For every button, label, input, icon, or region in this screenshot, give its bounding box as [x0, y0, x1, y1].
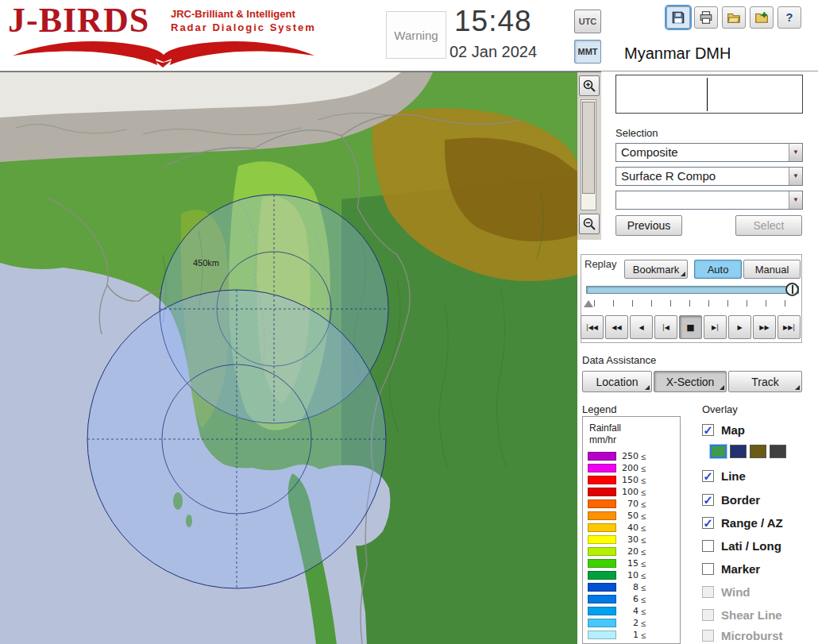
map-color-swatch[interactable]	[770, 445, 786, 458]
chevron-down-icon[interactable]: ▼	[789, 191, 802, 209]
overlay-label: Overlay	[702, 403, 738, 415]
overlay-item-lati-long[interactable]: Lati / Long	[702, 539, 781, 553]
legend-row: 50≤	[583, 510, 680, 522]
unchecked-checkbox[interactable]	[702, 563, 714, 575]
legend-value: 8	[616, 582, 639, 592]
replay-label: Replay	[585, 258, 616, 270]
legend-suffix: ≤	[641, 583, 646, 592]
location-button[interactable]: Location	[582, 371, 652, 392]
folder-icon	[727, 10, 741, 25]
legend-value: 70	[616, 499, 639, 509]
legend-label: Legend	[582, 403, 616, 415]
warning-button[interactable]: Warning	[386, 11, 446, 59]
legend-row: 250≤	[583, 450, 680, 462]
play-button[interactable]: ▶	[728, 315, 751, 339]
previous-button[interactable]: Previous	[615, 215, 682, 236]
zoom-out-button[interactable]	[579, 214, 600, 234]
legend-value: 50	[616, 511, 639, 521]
checked-checkbox[interactable]: ✓	[702, 470, 714, 482]
legend-suffix: ≤	[641, 547, 646, 557]
auto-button[interactable]: Auto	[694, 260, 742, 279]
composite-dropdown[interactable]: Composite ▼	[615, 143, 803, 162]
legend-row: 150≤	[583, 474, 680, 486]
legend-color-swatch	[588, 464, 616, 472]
overlay-item-label: Marker	[721, 562, 760, 576]
data-assistance-label: Data Assistance	[582, 354, 656, 366]
step-forward-button[interactable]: ▶|	[704, 315, 727, 339]
track-button[interactable]: Track	[728, 371, 802, 392]
jbirds-app: J-BIRDS JRC-Brilliant & Intelligent Rada…	[0, 0, 818, 644]
mmt-button[interactable]: MMT	[574, 40, 601, 64]
chevron-down-icon[interactable]: ▼	[789, 168, 802, 185]
overlay-item-border[interactable]: ✓Border	[702, 493, 760, 507]
help-button[interactable]: ?	[777, 6, 801, 29]
legend-color-swatch	[588, 499, 616, 508]
overlay-item-shear-line: Shear Line	[702, 608, 782, 622]
print-button[interactable]	[694, 6, 718, 29]
logo-tagline-1: JRC-Brilliant & Intelligent	[171, 8, 295, 20]
step-back-button[interactable]: |◀	[654, 315, 677, 339]
legend-value: 250	[616, 451, 639, 461]
checked-checkbox[interactable]: ✓	[702, 494, 714, 506]
legend-value: 1	[616, 630, 639, 640]
open-folder-button[interactable]	[722, 6, 746, 29]
floppy-icon	[671, 10, 685, 25]
legend-value: 4	[616, 606, 639, 616]
legend-row: 10≤	[583, 569, 680, 581]
unchecked-checkbox[interactable]	[702, 540, 714, 552]
overlay-item-label: Line	[721, 469, 746, 483]
last-button[interactable]: ▶▶|	[777, 315, 801, 339]
first-button[interactable]: |◀◀	[581, 315, 604, 339]
fast-forward-button[interactable]: ▶▶	[753, 315, 776, 339]
legend-suffix: ≤	[641, 607, 646, 616]
map-scrollbar[interactable]	[581, 99, 596, 210]
legend-value: 6	[616, 594, 639, 604]
product-dropdown[interactable]: Surface R Compo ▼	[615, 167, 803, 186]
legend-color-swatch	[588, 476, 616, 484]
legend-value: 30	[616, 534, 639, 545]
legend-value: 40	[616, 523, 639, 533]
scrollbar-thumb[interactable]	[582, 102, 595, 194]
legend-value: 200	[616, 463, 639, 473]
overlay-item-line[interactable]: ✓Line	[702, 469, 746, 483]
stop-button[interactable]: ■	[679, 315, 702, 339]
legend-color-swatch	[588, 559, 616, 568]
save-button[interactable]	[666, 6, 690, 29]
legend-rows: 250≤200≤150≤100≤70≤50≤40≤30≤20≤15≤10≤8≤6…	[583, 450, 680, 641]
legend-suffix: ≤	[641, 476, 646, 485]
legend-suffix: ≤	[641, 499, 646, 509]
timeline-thumb[interactable]	[785, 283, 799, 296]
magnifier-minus-icon	[582, 217, 596, 231]
chevron-down-icon[interactable]: ▼	[789, 144, 802, 161]
checked-checkbox[interactable]: ✓	[702, 424, 714, 436]
option-dropdown[interactable]: ▼	[615, 191, 803, 210]
legend-row: 30≤	[583, 534, 680, 546]
logo-tagline-2: Radar Dialogic System	[171, 21, 316, 33]
manual-button[interactable]: Manual	[743, 260, 801, 279]
zoom-strip	[577, 71, 601, 240]
header: J-BIRDS JRC-Brilliant & Intelligent Rada…	[0, 0, 818, 71]
overlay-item-map[interactable]: ✓Map	[702, 423, 745, 437]
printer-icon	[699, 10, 713, 25]
play-reverse-button[interactable]: ◀	[630, 315, 653, 339]
export-button[interactable]	[750, 6, 774, 29]
rewind-button[interactable]: ◀◀	[605, 315, 628, 339]
x-section-button[interactable]: X-Section	[654, 371, 727, 392]
map-color-swatch[interactable]	[750, 445, 766, 458]
overlay-item-range-az[interactable]: ✓Range / AZ	[702, 516, 783, 530]
legend-suffix: ≤	[641, 488, 646, 497]
legend-color-swatch	[588, 631, 616, 639]
radar-map[interactable]: 450km	[0, 71, 577, 644]
overlay-item-marker[interactable]: Marker	[702, 562, 760, 576]
replay-timeline-slider[interactable]	[586, 286, 799, 294]
zoom-in-button[interactable]	[579, 75, 600, 96]
checked-checkbox[interactable]: ✓	[702, 517, 714, 529]
utc-button[interactable]: UTC	[574, 10, 601, 33]
map-color-swatch-selected[interactable]	[710, 445, 727, 458]
map-color-swatch[interactable]	[730, 445, 747, 458]
status-list-box[interactable]	[615, 75, 803, 114]
bookmark-button[interactable]: Bookmark	[624, 260, 688, 279]
legend-color-swatch	[588, 583, 616, 592]
legend-color-swatch	[588, 595, 616, 604]
legend-value: 10	[616, 570, 639, 580]
